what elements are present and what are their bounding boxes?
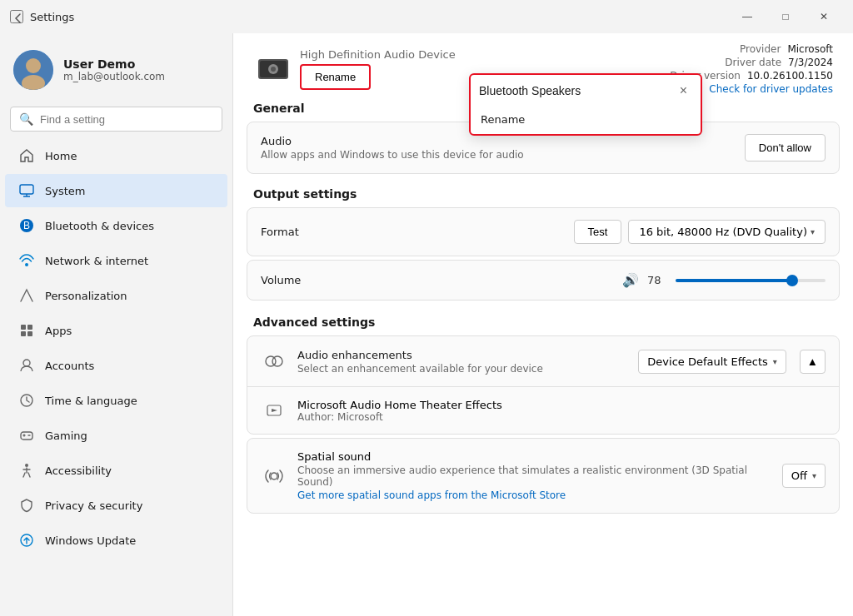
sidebar-item-home[interactable]: Home	[5, 139, 227, 172]
chevron-down-icon: ▾	[773, 357, 777, 366]
chevron-down-icon: ▾	[811, 227, 815, 236]
svg-point-11	[23, 360, 30, 366]
volume-icon: 🔊	[622, 272, 639, 288]
maximize-button[interactable]: □	[766, 3, 805, 30]
sidebar-item-accessibility[interactable]: Accessibility	[5, 454, 227, 487]
network-icon	[18, 252, 35, 269]
format-test-button[interactable]: Test	[574, 220, 622, 244]
driver-update-link[interactable]: Check for driver updates	[709, 83, 833, 95]
enhancement-expand-button[interactable]: ▲	[800, 350, 826, 374]
sidebar-item-accounts[interactable]: Accounts	[5, 349, 227, 382]
audio-title: Audio	[261, 135, 735, 147]
format-select-value: 16 bit, 48000 Hz (DVD Quality)	[639, 226, 807, 238]
chevron-up-icon: ▲	[807, 355, 818, 368]
enhancement-value: Device Default Effects	[647, 355, 767, 368]
sidebar-item-time[interactable]: Time & language	[5, 384, 227, 417]
sidebar-item-label: Privacy & security	[45, 499, 142, 512]
user-name: User Demo	[63, 57, 165, 71]
sidebar-item-network[interactable]: Network & internet	[5, 244, 227, 277]
spatial-icon	[261, 463, 287, 489]
minimize-button[interactable]: —	[728, 3, 766, 30]
user-section: User Demo m_lab@outlook.com	[0, 40, 232, 103]
volume-card: Volume 🔊 78	[247, 260, 840, 301]
sidebar-item-label: Accessibility	[45, 464, 112, 477]
volume-control: 🔊 78	[622, 272, 826, 288]
svg-rect-7	[21, 325, 26, 330]
sidebar-item-apps[interactable]: Apps	[5, 314, 227, 347]
volume-fill	[676, 279, 792, 282]
avatar	[13, 50, 53, 90]
audio-dont-allow-button[interactable]: Don't allow	[745, 134, 826, 161]
svg-point-19	[271, 67, 276, 72]
format-title: Format	[261, 226, 564, 238]
theater-title: Microsoft Audio Home Theater Effects	[297, 399, 826, 411]
sidebar: User Demo m_lab@outlook.com 🔍 Home Syste…	[0, 33, 233, 616]
enhancement-select[interactable]: Device Default Effects ▾	[638, 350, 786, 374]
time-icon	[18, 392, 35, 409]
accounts-icon	[18, 357, 35, 374]
sidebar-item-label: Time & language	[45, 395, 137, 407]
driver-date-value: 7/3/2024	[788, 57, 833, 68]
theater-icon	[261, 397, 287, 424]
search-input[interactable]	[40, 113, 213, 126]
rename-dropdown: × Rename	[469, 73, 702, 136]
svg-point-23	[271, 473, 277, 479]
enhancement-icon	[261, 348, 287, 375]
sidebar-item-gaming[interactable]: Gaming	[5, 419, 227, 452]
user-info: User Demo m_lab@outlook.com	[63, 57, 165, 82]
update-icon	[18, 532, 35, 549]
volume-thumb	[786, 275, 798, 286]
enhancement-title: Audio enhancements	[297, 349, 628, 361]
svg-point-6	[25, 263, 28, 266]
svg-point-14	[25, 464, 28, 467]
driver-date-row: Driver date 7/3/2024	[725, 57, 833, 68]
enhancement-card: Audio enhancements Select an enhancement…	[247, 335, 840, 435]
device-name: High Definition Audio Device	[300, 48, 663, 61]
spatial-store-link[interactable]: Get more spatial sound apps from the Mic…	[297, 489, 772, 501]
accessibility-icon	[18, 462, 35, 479]
volume-info: Volume	[261, 274, 612, 286]
close-button[interactable]: ✕	[805, 3, 843, 30]
dropdown-close-button[interactable]: ×	[675, 82, 692, 100]
sidebar-item-privacy[interactable]: Privacy & security	[5, 489, 227, 522]
volume-slider[interactable]	[676, 279, 826, 282]
rename-button[interactable]: Rename	[300, 64, 371, 90]
spatial-desc: Choose an immersive audio experience tha…	[297, 464, 772, 488]
bluetooth-icon: B	[18, 217, 35, 234]
sidebar-item-label: Bluetooth & devices	[45, 220, 154, 232]
sidebar-item-label: System	[45, 185, 85, 197]
spatial-info: Spatial sound Choose an immersive audio …	[297, 450, 772, 501]
sidebar-item-system[interactable]: System	[5, 174, 227, 207]
svg-rect-13	[21, 432, 32, 440]
enhancement-desc: Select an enhancement available for your…	[297, 363, 628, 375]
sidebar-item-label: Network & internet	[45, 255, 148, 267]
audio-info: Audio Allow apps and Windows to use this…	[261, 135, 735, 161]
format-controls: Test 16 bit, 48000 Hz (DVD Quality) ▾	[574, 220, 826, 244]
sidebar-item-label: Accounts	[45, 360, 94, 372]
output-section-label: Output settings	[233, 181, 853, 204]
sidebar-item-label: Windows Update	[45, 534, 136, 547]
spatial-select[interactable]: Off ▾	[782, 464, 826, 488]
rename-input[interactable]	[479, 84, 670, 97]
sidebar-item-update[interactable]: Windows Update	[5, 524, 227, 557]
format-select[interactable]: 16 bit, 48000 Hz (DVD Quality) ▾	[628, 220, 826, 244]
driver-date-label: Driver date	[725, 57, 781, 68]
home-icon	[18, 147, 35, 164]
spatial-title: Spatial sound	[297, 450, 772, 463]
gaming-icon	[18, 427, 35, 444]
driver-provider-value: Microsoft	[787, 43, 833, 55]
content-area: × Rename High Definition Audio Device Re…	[233, 33, 853, 616]
spatial-card: Spatial sound Choose an immersive audio …	[247, 438, 840, 514]
sidebar-item-personalization[interactable]: Personalization	[5, 279, 227, 312]
search-box[interactable]: 🔍	[10, 107, 222, 132]
theater-info: Microsoft Audio Home Theater Effects Aut…	[297, 399, 826, 423]
back-button[interactable]	[10, 10, 23, 23]
sidebar-item-label: Personalization	[45, 290, 127, 302]
chevron-down-icon: ▾	[812, 471, 816, 480]
sidebar-item-bluetooth[interactable]: B Bluetooth & devices	[5, 209, 227, 242]
app-title: Settings	[30, 11, 728, 23]
sidebar-item-label: Gaming	[45, 430, 87, 442]
svg-rect-9	[21, 331, 26, 336]
dropdown-item-label: Rename	[481, 113, 525, 126]
dropdown-rename-item[interactable]: Rename	[471, 107, 701, 134]
